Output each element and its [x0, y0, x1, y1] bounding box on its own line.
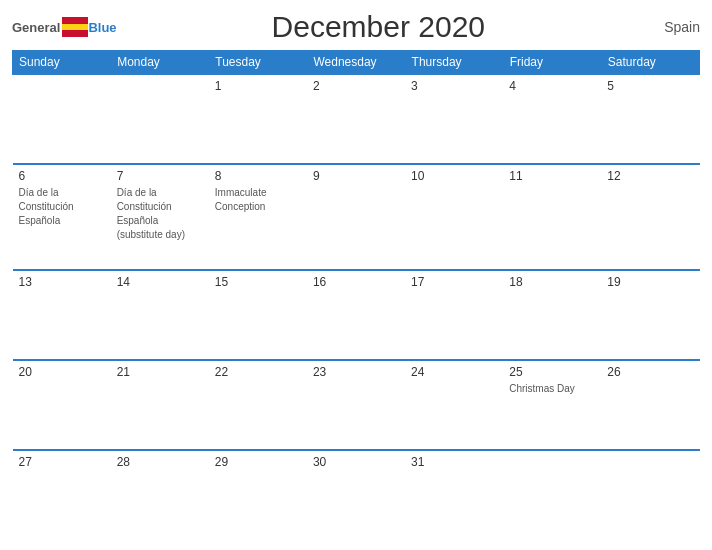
- calendar-cell: 26: [601, 360, 699, 450]
- day-number: 28: [117, 455, 203, 469]
- day-of-week-header: Wednesday: [307, 51, 405, 75]
- day-of-week-header: Sunday: [13, 51, 111, 75]
- calendar-cell: 3: [405, 74, 503, 164]
- calendar-cell: 15: [209, 270, 307, 360]
- day-number: 31: [411, 455, 497, 469]
- day-number: 6: [19, 169, 105, 183]
- day-number: 20: [19, 365, 105, 379]
- day-number: 2: [313, 79, 399, 93]
- days-of-week-row: SundayMondayTuesdayWednesdayThursdayFrid…: [13, 51, 700, 75]
- calendar-cell: [601, 450, 699, 540]
- logo-flag-icon: [62, 17, 88, 37]
- calendar-cell: 9: [307, 164, 405, 270]
- calendar-cell: 31: [405, 450, 503, 540]
- day-of-week-header: Tuesday: [209, 51, 307, 75]
- month-title: December 2020: [117, 10, 640, 44]
- day-number: 29: [215, 455, 301, 469]
- day-number: 3: [411, 79, 497, 93]
- day-number: 24: [411, 365, 497, 379]
- day-of-week-header: Saturday: [601, 51, 699, 75]
- day-number: 27: [19, 455, 105, 469]
- calendar-cell: 2: [307, 74, 405, 164]
- calendar-cell: 13: [13, 270, 111, 360]
- day-number: 7: [117, 169, 203, 183]
- calendar-cell: 12: [601, 164, 699, 270]
- svg-rect-1: [62, 24, 88, 30]
- calendar-week-row: 12345: [13, 74, 700, 164]
- header: General Blue December 2020 Spain: [12, 10, 700, 44]
- calendar-cell: 24: [405, 360, 503, 450]
- calendar-cell: 23: [307, 360, 405, 450]
- calendar-cell: 20: [13, 360, 111, 450]
- calendar-cell: 21: [111, 360, 209, 450]
- calendar-cell: 27: [13, 450, 111, 540]
- day-number: 25: [509, 365, 595, 379]
- calendar-cell: 6Día de la Constitución Española: [13, 164, 111, 270]
- day-number: 12: [607, 169, 693, 183]
- calendar-cell: 29: [209, 450, 307, 540]
- day-number: 14: [117, 275, 203, 289]
- svg-rect-2: [62, 30, 88, 37]
- calendar-cell: 18: [503, 270, 601, 360]
- calendar-cell: 1: [209, 74, 307, 164]
- calendar-cell: 17: [405, 270, 503, 360]
- calendar-cell: 8Immaculate Conception: [209, 164, 307, 270]
- calendar-cell: [13, 74, 111, 164]
- day-number: 19: [607, 275, 693, 289]
- calendar-page: General Blue December 2020 Spain SundayM…: [0, 0, 712, 550]
- day-number: 8: [215, 169, 301, 183]
- event-text: Día de la Constitución Española: [19, 187, 74, 226]
- svg-rect-0: [62, 17, 88, 24]
- calendar-cell: 22: [209, 360, 307, 450]
- day-number: 11: [509, 169, 595, 183]
- calendar-week-row: 6Día de la Constitución Española7Día de …: [13, 164, 700, 270]
- logo-blue-text: Blue: [88, 20, 116, 35]
- calendar-cell: 16: [307, 270, 405, 360]
- calendar-cell: 10: [405, 164, 503, 270]
- logo: General Blue: [12, 17, 117, 37]
- day-number: 10: [411, 169, 497, 183]
- calendar-cell: 19: [601, 270, 699, 360]
- day-number: 23: [313, 365, 399, 379]
- day-of-week-header: Thursday: [405, 51, 503, 75]
- day-of-week-header: Friday: [503, 51, 601, 75]
- day-number: 17: [411, 275, 497, 289]
- event-text: Día de la Constitución Española (substit…: [117, 187, 185, 240]
- calendar-cell: 30: [307, 450, 405, 540]
- calendar-cell: 7Día de la Constitución Española (substi…: [111, 164, 209, 270]
- calendar-cell: [503, 450, 601, 540]
- event-text: Christmas Day: [509, 383, 575, 394]
- day-number: 4: [509, 79, 595, 93]
- day-of-week-header: Monday: [111, 51, 209, 75]
- day-number: 18: [509, 275, 595, 289]
- day-number: 5: [607, 79, 693, 93]
- day-number: 13: [19, 275, 105, 289]
- logo-general-text: General: [12, 20, 60, 35]
- day-number: 9: [313, 169, 399, 183]
- day-number: 21: [117, 365, 203, 379]
- calendar-cell: [111, 74, 209, 164]
- calendar-week-row: 202122232425Christmas Day26: [13, 360, 700, 450]
- event-text: Immaculate Conception: [215, 187, 267, 212]
- day-number: 30: [313, 455, 399, 469]
- country-label: Spain: [640, 19, 700, 35]
- day-number: 15: [215, 275, 301, 289]
- calendar-table: SundayMondayTuesdayWednesdayThursdayFrid…: [12, 50, 700, 540]
- day-number: 1: [215, 79, 301, 93]
- calendar-cell: 25Christmas Day: [503, 360, 601, 450]
- calendar-cell: 4: [503, 74, 601, 164]
- calendar-header: SundayMondayTuesdayWednesdayThursdayFrid…: [13, 51, 700, 75]
- calendar-cell: 14: [111, 270, 209, 360]
- day-number: 16: [313, 275, 399, 289]
- day-number: 26: [607, 365, 693, 379]
- calendar-cell: 28: [111, 450, 209, 540]
- calendar-cell: 11: [503, 164, 601, 270]
- calendar-cell: 5: [601, 74, 699, 164]
- calendar-week-row: 13141516171819: [13, 270, 700, 360]
- calendar-week-row: 2728293031: [13, 450, 700, 540]
- calendar-body: 123456Día de la Constitución Española7Dí…: [13, 74, 700, 540]
- day-number: 22: [215, 365, 301, 379]
